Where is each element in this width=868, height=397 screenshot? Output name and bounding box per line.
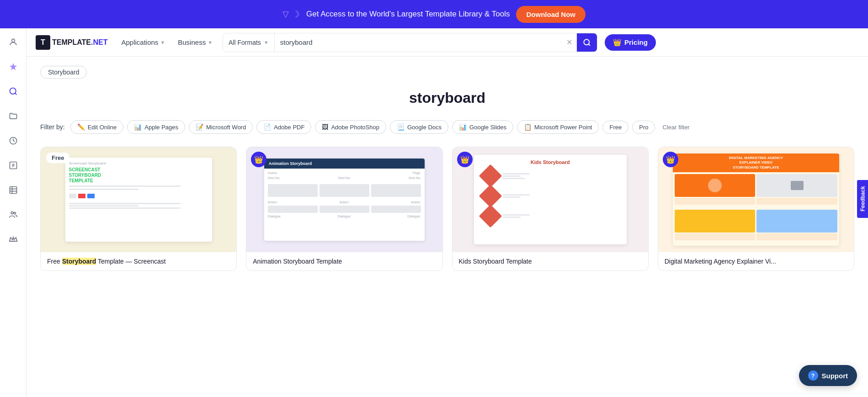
card-label-screencast: Free Storyboard Template — Screencast — [41, 252, 236, 270]
word-icon: 📝 — [196, 123, 203, 131]
top-banner: ▽ ☽ Get Access to the World's Largest Te… — [0, 0, 868, 28]
premium-badge-kids: 👑 — [457, 152, 473, 167]
triangle-icon: ▽ — [282, 9, 289, 19]
format-chevron-icon: ▼ — [264, 40, 269, 45]
download-now-button[interactable]: Download Now — [516, 6, 586, 23]
filter-microsoft-powerpoint[interactable]: 📋 Microsoft Power Point — [517, 120, 599, 134]
banner-text: Get Access to the World's Largest Templa… — [306, 10, 510, 19]
edit-icon: ✏️ — [77, 123, 85, 131]
nav-applications[interactable]: Applications ▼ — [118, 37, 168, 48]
filter-adobe-pdf[interactable]: 📄 Adobe PDF — [256, 120, 311, 134]
card-label-animation: Animation Storyboard Template — [246, 252, 442, 270]
card-bg-screencast: Screencast Storyboard SCREENCASTSTORYBOA… — [41, 147, 236, 252]
svg-point-1 — [10, 88, 16, 94]
pdf-icon: 📄 — [263, 123, 271, 131]
photoshop-icon: 🖼 — [322, 123, 328, 131]
page-title: storyboard — [40, 90, 854, 106]
filter-label: Filter by: — [40, 123, 65, 131]
card-image-digital: DIGITAL MARKETING AGENCYEXPLAINER VIDEOS… — [658, 147, 854, 252]
google-slides-icon: 📊 — [459, 123, 467, 131]
filter-google-slides[interactable]: 📊 Google Slides — [452, 120, 513, 134]
sidebar — [0, 28, 27, 397]
sidebar-sparkle-icon[interactable] — [5, 58, 21, 75]
search-bar: All Formats ▼ ✕ — [223, 33, 597, 52]
filter-pro[interactable]: Pro — [632, 121, 655, 134]
sidebar-crown-icon[interactable] — [5, 231, 21, 248]
template-card-screencast[interactable]: Screencast Storyboard SCREENCASTSTORYBOA… — [40, 147, 237, 271]
clear-filter-button[interactable]: Clear filter — [662, 124, 689, 131]
search-button[interactable] — [577, 33, 597, 52]
business-chevron-icon: ▼ — [208, 40, 213, 45]
card-bg-animation: Animation Storyboard Scene:Page: Shot No… — [246, 147, 442, 252]
svg-rect-5 — [10, 187, 16, 194]
svg-point-10 — [14, 212, 16, 214]
content-area: T TEMPLATE.NET Applications ▼ Business ▼… — [27, 28, 868, 397]
support-icon: ? — [808, 371, 818, 381]
mock-preview-digital: DIGITAL MARKETING AGENCYEXPLAINER VIDEOS… — [673, 154, 839, 246]
card-image-animation: Animation Storyboard Scene:Page: Shot No… — [246, 147, 442, 252]
powerpoint-icon: 📋 — [524, 123, 532, 131]
card-label-kids: Kids Storyboard Template — [453, 252, 648, 270]
logo[interactable]: T TEMPLATE.NET — [36, 35, 107, 50]
pricing-crown-icon: 👑 — [613, 38, 622, 47]
svg-point-11 — [584, 39, 589, 45]
filter-apple-pages[interactable]: 📊 Apple Pages — [127, 120, 185, 134]
filter-google-docs[interactable]: 📃 Google Docs — [390, 120, 448, 134]
template-card-kids[interactable]: Kids Storyboard — [452, 147, 649, 271]
format-label: All Formats — [229, 39, 261, 46]
logo-icon: T — [36, 35, 50, 50]
filter-edit-online[interactable]: ✏️ Edit Online — [70, 120, 124, 134]
card-bg-digital: DIGITAL MARKETING AGENCYEXPLAINER VIDEOS… — [658, 147, 854, 252]
svg-line-12 — [589, 44, 590, 45]
sidebar-profile-icon[interactable] — [5, 34, 21, 50]
premium-badge-digital: 👑 — [663, 152, 678, 167]
svg-point-0 — [11, 39, 15, 42]
template-grid: Screencast Storyboard SCREENCASTSTORYBOA… — [40, 147, 854, 271]
card-label-digital: Digital Marketing Agency Explainer Vi... — [658, 252, 854, 270]
mock-preview-animation: Animation Storyboard Scene:Page: Shot No… — [264, 159, 425, 240]
mock-preview-kids: Kids Storyboard — [474, 155, 627, 244]
premium-badge-animation: 👑 — [251, 152, 266, 167]
sidebar-team-icon[interactable] — [5, 206, 21, 223]
format-dropdown[interactable]: All Formats ▼ — [223, 33, 275, 52]
applications-chevron-icon: ▼ — [160, 40, 165, 45]
filter-adobe-photoshop[interactable]: 🖼 Adobe PhotoShop — [315, 120, 386, 134]
sidebar-table-icon[interactable] — [5, 182, 21, 198]
highlight-storyboard: Storyboard — [62, 258, 96, 265]
pricing-button[interactable]: 👑 Pricing — [605, 34, 656, 51]
search-clear-button[interactable]: ✕ — [562, 33, 577, 52]
template-card-digital[interactable]: DIGITAL MARKETING AGENCYEXPLAINER VIDEOS… — [658, 147, 854, 271]
moon-icon: ☽ — [292, 9, 300, 20]
sidebar-search-icon[interactable] — [5, 83, 21, 100]
card-image-screencast: Screencast Storyboard SCREENCASTSTORYBOA… — [41, 147, 236, 252]
header: T TEMPLATE.NET Applications ▼ Business ▼… — [27, 28, 868, 57]
search-input[interactable] — [275, 33, 562, 52]
template-card-animation[interactable]: Animation Storyboard Scene:Page: Shot No… — [246, 147, 442, 271]
feedback-tab[interactable]: Feedback — [857, 180, 868, 217]
card-bg-kids: Kids Storyboard — [453, 147, 648, 252]
sidebar-folder-icon[interactable] — [5, 108, 21, 124]
svg-line-2 — [15, 93, 16, 95]
breadcrumb[interactable]: Storyboard — [40, 66, 87, 79]
free-badge: Free — [46, 153, 69, 163]
google-docs-icon: 📃 — [397, 123, 405, 131]
main-content: Storyboard storyboard Filter by: ✏️ Edit… — [27, 57, 868, 397]
filter-bar: Filter by: ✏️ Edit Online 📊 Apple Pages … — [40, 120, 854, 134]
support-button[interactable]: ? Support — [799, 365, 857, 386]
svg-point-9 — [11, 212, 13, 214]
mock-preview-screencast: Screencast Storyboard SCREENCASTSTORYBOA… — [65, 158, 212, 242]
filter-microsoft-word[interactable]: 📝 Microsoft Word — [189, 120, 253, 134]
banner-icons: ▽ ☽ — [282, 9, 300, 20]
sidebar-history-icon[interactable] — [5, 132, 21, 149]
nav-business[interactable]: Business ▼ — [175, 37, 215, 48]
logo-template-text: TEMPLATE.NET — [52, 38, 107, 47]
card-image-kids: Kids Storyboard — [453, 147, 648, 252]
sidebar-user-icon[interactable] — [5, 157, 21, 174]
apple-pages-icon: 📊 — [134, 123, 142, 131]
filter-free[interactable]: Free — [602, 121, 628, 134]
